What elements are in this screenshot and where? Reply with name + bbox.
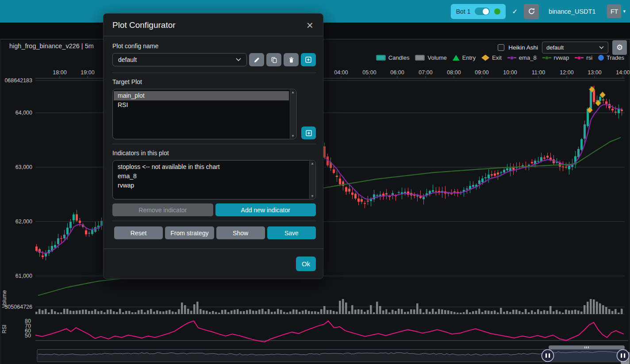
plot-config-name-label: Plot config name <box>112 42 316 50</box>
svg-text:64,000: 64,000 <box>15 110 32 116</box>
legend-item-Trades[interactable]: Trades <box>598 54 624 61</box>
scroll-down-icon[interactable]: ▼ <box>311 194 314 198</box>
close-icon[interactable]: × <box>306 21 314 29</box>
from-strategy-button[interactable]: From strategy <box>165 226 214 239</box>
indicator-option[interactable]: ema_8 <box>114 172 308 181</box>
scroll-down-icon[interactable]: ▼ <box>291 134 295 138</box>
legend-item-ema_8[interactable]: ema_8 <box>507 54 537 61</box>
exit-marker-icon <box>481 55 489 61</box>
legend-label: rvwap <box>554 54 569 61</box>
chevron-down-icon <box>599 46 604 49</box>
refresh-button[interactable] <box>524 4 539 19</box>
legend-label: Candles <box>388 54 410 61</box>
legend-item-Exit[interactable]: Exit <box>481 54 502 61</box>
volume-marker-icon <box>415 55 425 61</box>
target-plot-option[interactable]: main_plot <box>114 91 289 100</box>
bot-selector[interactable]: Bot 1 <box>451 4 506 19</box>
scroll-up-icon[interactable]: ▲ <box>311 161 314 165</box>
ft-logo: FT <box>611 8 618 15</box>
svg-text:63,000: 63,000 <box>15 164 32 170</box>
copy-icon <box>271 57 277 63</box>
legend-item-Entry[interactable]: Entry <box>453 54 476 61</box>
candles-marker-icon <box>376 55 386 61</box>
svg-text:305064726: 305064726 <box>4 304 32 310</box>
svg-text:08:00: 08:00 <box>447 69 461 76</box>
toggle-knob <box>483 8 489 15</box>
reset-button[interactable]: Reset <box>114 226 163 239</box>
chart-legend: CandlesVolumeEntryExitema_8rvwaprsiTrade… <box>376 54 624 61</box>
plot-config-value: default <box>546 44 564 51</box>
modal-title: Plot Configurator <box>112 20 176 30</box>
legend-label: Entry <box>462 54 476 61</box>
pair-label: binance_USDT1 <box>549 8 595 15</box>
svg-text:10:00: 10:00 <box>503 69 517 76</box>
chart-navigator[interactable] <box>37 344 626 363</box>
scroll-up-icon[interactable]: ▲ <box>291 90 295 94</box>
rsi-marker-icon <box>575 55 584 61</box>
duplicate-config-button[interactable] <box>266 53 281 66</box>
legend-label: Volume <box>427 54 446 61</box>
entry-marker-icon <box>453 55 460 61</box>
legend-label: Trades <box>607 54 624 61</box>
trades-marker-icon <box>598 55 604 61</box>
svg-text:61,000: 61,000 <box>15 273 32 279</box>
caret-down-icon[interactable]: ▾ <box>623 8 626 14</box>
plot-settings-button[interactable]: ⚙ <box>612 40 627 55</box>
svg-text:19:00: 19:00 <box>81 69 94 76</box>
bot-online-dot <box>494 8 500 15</box>
target-plot-option[interactable]: RSI <box>114 100 289 110</box>
indicator-option[interactable]: rvwap <box>114 181 308 190</box>
modal-header: Plot Configurator × <box>104 14 323 36</box>
refresh-icon <box>528 8 535 15</box>
svg-text:11:00: 11:00 <box>532 69 545 76</box>
bot-toggle[interactable] <box>475 8 490 15</box>
legend-item-Candles[interactable]: Candles <box>376 54 410 61</box>
add-config-button[interactable] <box>301 53 316 66</box>
plot-configurator-modal: Plot Configurator × Plot config name def… <box>103 13 323 279</box>
legend-item-rvwap[interactable]: rvwap <box>542 54 569 61</box>
plot-config-select[interactable]: default <box>542 42 608 54</box>
ema_8-marker-icon <box>507 55 516 61</box>
svg-text:12:00: 12:00 <box>560 69 573 76</box>
svg-text:068642183: 068642183 <box>4 77 32 84</box>
rvwap-marker-icon <box>542 55 551 61</box>
indicators-listbox[interactable]: stoploss <-- not available in this chart… <box>112 160 316 199</box>
svg-text:07:00: 07:00 <box>419 69 432 76</box>
ok-button[interactable]: Ok <box>296 257 316 271</box>
trash-icon <box>288 57 295 63</box>
plot-config-name-value: default <box>118 56 137 63</box>
plus-square-icon <box>305 56 312 63</box>
scrollbar[interactable]: ▲▼ <box>290 90 296 138</box>
save-button[interactable]: Save <box>267 226 316 239</box>
svg-text:Volume: Volume <box>1 290 8 308</box>
show-button[interactable]: Show <box>216 226 265 239</box>
legend-label: rsi <box>586 54 592 61</box>
heikin-ashi-checkbox[interactable] <box>498 44 504 51</box>
legend-item-rsi[interactable]: rsi <box>575 54 592 61</box>
add-new-indicator-button[interactable]: Add new indicator <box>215 203 316 216</box>
indicator-option[interactable]: stoploss <-- not available in this chart <box>114 162 308 172</box>
svg-text:62,000: 62,000 <box>15 218 32 225</box>
svg-text:14:00: 14:00 <box>616 69 630 76</box>
remove-indicator-button[interactable]: Remove indicator <box>112 203 213 216</box>
rename-config-button[interactable] <box>249 53 264 66</box>
delete-config-button[interactable] <box>284 53 299 66</box>
chevron-down-icon <box>236 58 241 61</box>
ft-menu-button[interactable]: FT <box>607 4 621 18</box>
svg-text:RSI: RSI <box>1 325 8 333</box>
add-plot-button[interactable] <box>301 126 316 139</box>
svg-text:13:00: 13:00 <box>588 69 601 76</box>
svg-text:05:00: 05:00 <box>362 69 376 76</box>
pencil-icon <box>254 57 260 63</box>
svg-text:18:00: 18:00 <box>53 69 66 76</box>
plot-config-name-select[interactable]: default <box>112 53 247 66</box>
legend-label: ema_8 <box>519 54 537 61</box>
svg-text:04:00: 04:00 <box>334 69 348 76</box>
legend-label: Exit <box>492 54 502 61</box>
scrollbar[interactable]: ▲▼ <box>309 161 315 199</box>
plus-square-icon <box>305 130 312 137</box>
svg-text:09:00: 09:00 <box>475 69 488 76</box>
svg-text:50: 50 <box>25 333 31 339</box>
target-plot-listbox[interactable]: main_plotRSI▲▼ <box>112 89 296 139</box>
legend-item-Volume[interactable]: Volume <box>415 54 446 61</box>
